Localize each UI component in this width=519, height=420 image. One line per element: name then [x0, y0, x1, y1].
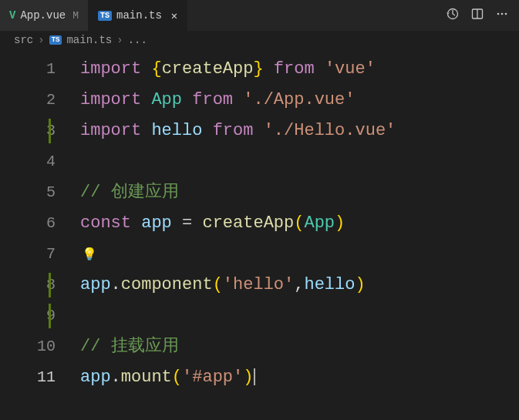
token-com: // 挂载应用 — [80, 337, 179, 356]
history-icon[interactable] — [447, 7, 459, 25]
code-line[interactable]: const app = createApp(App) — [80, 208, 519, 239]
modified-bar — [49, 273, 51, 297]
token-brk: ) — [355, 275, 365, 294]
code-area[interactable]: import {createApp} from 'vue'import App … — [77, 54, 519, 393]
tab-bar: V App.vue M TS main.ts ✕ — [0, 0, 519, 31]
token-pun: , — [294, 275, 304, 294]
code-line[interactable]: import {createApp} from 'vue' — [80, 54, 519, 85]
token-var: app — [80, 368, 111, 387]
token-kw: import — [80, 121, 141, 140]
token-pun — [141, 59, 151, 79]
line-number: 11 — [0, 362, 56, 393]
vue-icon: V — [9, 9, 15, 22]
token-kw: from — [274, 59, 315, 79]
token-brk: ( — [213, 275, 223, 294]
token-pun: = — [182, 213, 192, 233]
token-pun: . — [111, 275, 121, 294]
token-pun — [192, 213, 202, 233]
token-str: '#app' — [182, 368, 243, 387]
lightbulb-icon[interactable]: 💡 — [82, 240, 97, 270]
token-cls: App — [151, 90, 182, 109]
tabs-container: V App.vue M TS main.ts ✕ — [0, 0, 187, 31]
line-number: 6 — [0, 208, 56, 239]
code-line[interactable]: 💡 — [80, 239, 519, 270]
code-editor[interactable]: 1234567891011 import {createApp} from 'v… — [0, 49, 519, 393]
code-line[interactable]: app.mount('#app') — [80, 362, 519, 393]
token-brk: ) — [335, 213, 345, 233]
line-number: 5 — [0, 177, 56, 208]
chevron-right-icon: › — [38, 34, 44, 46]
token-kw: from — [213, 121, 254, 140]
line-number: 4 — [0, 146, 56, 177]
token-str: 'hello' — [223, 275, 294, 294]
code-line[interactable]: app.component('hello',hello) — [80, 270, 519, 301]
tab-label: main.ts — [116, 9, 162, 22]
token-fn: component — [121, 275, 213, 294]
token-fn: createApp — [162, 59, 254, 79]
token-pun — [141, 90, 151, 109]
line-number: 9 — [0, 301, 56, 331]
token-com: // 创建应用 — [80, 183, 179, 202]
token-brk: ( — [172, 368, 182, 387]
token-pun — [253, 121, 263, 140]
code-line[interactable]: import hello from './Hello.vue' — [80, 116, 519, 146]
code-line[interactable]: import App from './App.vue' — [80, 85, 519, 116]
token-var: app — [80, 275, 111, 294]
token-var: hello — [151, 121, 202, 140]
svg-point-4 — [501, 12, 504, 15]
token-pun — [315, 59, 325, 79]
svg-point-5 — [505, 12, 507, 15]
line-gutter: 1234567891011 — [0, 54, 77, 393]
line-number: 2 — [0, 85, 56, 116]
tab-main-ts[interactable]: TS main.ts ✕ — [89, 0, 187, 31]
line-number: 1 — [0, 54, 56, 85]
token-brk: ( — [294, 213, 304, 233]
close-icon[interactable]: ✕ — [171, 9, 177, 22]
code-line[interactable] — [80, 301, 519, 331]
code-line[interactable]: // 挂载应用 — [80, 331, 519, 362]
modified-bar — [49, 304, 51, 328]
token-pun — [182, 90, 192, 109]
code-line[interactable]: // 创建应用 — [80, 177, 519, 208]
token-str: './App.vue' — [243, 90, 355, 109]
ts-icon: TS — [49, 35, 62, 45]
token-brk: { — [151, 59, 161, 79]
line-number: 7 — [0, 239, 56, 270]
breadcrumb-more[interactable]: ... — [128, 34, 147, 46]
token-kw: import — [80, 59, 141, 79]
editor-toolbar — [447, 7, 519, 25]
breadcrumb-folder[interactable]: src — [14, 34, 33, 46]
token-fn: createApp — [202, 213, 294, 233]
token-brk: } — [253, 59, 263, 79]
svg-point-3 — [497, 12, 500, 15]
line-number: 10 — [0, 331, 56, 362]
chevron-right-icon: › — [116, 34, 123, 46]
breadcrumb-file[interactable]: main.ts — [66, 34, 112, 46]
more-icon[interactable] — [496, 7, 508, 25]
token-pun — [264, 59, 274, 79]
token-cls: App — [304, 213, 335, 233]
breadcrumb[interactable]: src › TS main.ts › ... — [0, 31, 519, 49]
token-pun — [172, 213, 182, 233]
token-kw: import — [80, 90, 141, 109]
split-editor-icon[interactable] — [471, 7, 484, 25]
token-pun: . — [111, 368, 121, 387]
line-number: 8 — [0, 270, 56, 301]
token-pun — [131, 213, 141, 233]
token-brk: ) — [243, 368, 253, 387]
token-pun — [202, 121, 212, 140]
token-fn: mount — [121, 368, 172, 387]
token-var: hello — [304, 275, 355, 294]
tab-app-vue[interactable]: V App.vue M — [0, 0, 89, 31]
token-pun — [141, 121, 151, 140]
code-line[interactable] — [80, 146, 519, 177]
token-kw: const — [80, 213, 131, 233]
token-var: app — [141, 213, 172, 233]
ts-icon: TS — [98, 11, 112, 21]
line-number: 3 — [0, 116, 56, 146]
token-pun — [233, 90, 243, 109]
token-kw: from — [192, 90, 233, 109]
text-cursor — [254, 368, 255, 385]
modified-indicator: M — [72, 10, 79, 22]
token-str: './Hello.vue' — [264, 121, 396, 140]
